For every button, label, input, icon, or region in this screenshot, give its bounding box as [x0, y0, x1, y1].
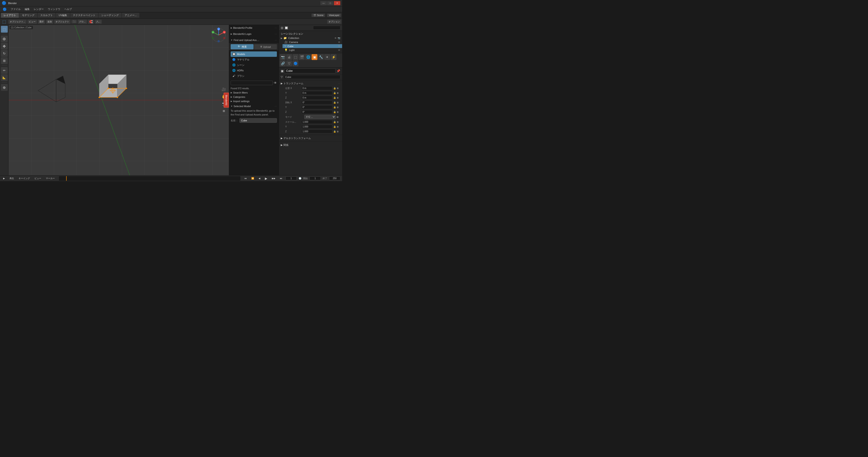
output-tab[interactable]: 🖨: [286, 54, 292, 60]
world-tab[interactable]: 🌐: [305, 54, 311, 60]
timeline-cursor[interactable]: [66, 176, 67, 181]
bk-search-tab[interactable]: 🔍 検索: [231, 44, 253, 50]
view-menu-btn[interactable]: ビュー: [27, 20, 37, 24]
cube-eye-icon[interactable]: 👁: [338, 45, 340, 47]
object-tab[interactable]: ▣: [312, 54, 317, 60]
view-select-btn[interactable]: ⬚: [1, 19, 7, 25]
pos-x-input[interactable]: [301, 86, 332, 90]
minimize-button[interactable]: —: [320, 1, 327, 5]
workspace-tab-sculpt[interactable]: スカルプト: [38, 13, 56, 18]
select-tool[interactable]: ⬚: [1, 26, 8, 33]
scale-y-input[interactable]: [301, 125, 332, 129]
modifiers-tab[interactable]: 🔧: [318, 54, 324, 60]
maximize-button[interactable]: □: [327, 1, 334, 5]
constraints-tab[interactable]: 🔗: [280, 61, 286, 66]
asset-type-scene[interactable]: 🌐 シーン: [231, 62, 277, 68]
rot-z-lock[interactable]: 🔒: [333, 111, 336, 113]
physics-tab[interactable]: ⚡: [331, 54, 337, 60]
asset-type-brush[interactable]: 🖌 ブラシ: [231, 73, 277, 78]
bk-upload-tab[interactable]: ⬆ Upload: [254, 44, 277, 50]
search-input[interactable]: [231, 80, 273, 85]
menu-file[interactable]: 🔵: [1, 7, 8, 11]
props-content[interactable]: ▣ 📌 ▽ ▶ トランスフォーム ⋯ 位置 X: [279, 67, 342, 175]
next-frame-btn[interactable]: ▶▶: [271, 177, 277, 180]
pos-y-input[interactable]: [301, 91, 332, 95]
jump-end-btn[interactable]: ⏭: [279, 177, 284, 180]
grid-btn[interactable]: ⊞: [221, 108, 227, 114]
pos-z-input[interactable]: [301, 96, 332, 100]
obj-name-pin[interactable]: 📌: [337, 69, 340, 73]
menu-render[interactable]: レンダー: [32, 7, 45, 11]
cursor-tool[interactable]: ⊕: [1, 36, 8, 42]
relations-title[interactable]: ▶ 関係: [281, 143, 340, 148]
menu-window[interactable]: ウィンドウ: [46, 7, 62, 11]
render-tab[interactable]: 📷: [280, 54, 286, 60]
scale-z-input[interactable]: [301, 130, 332, 133]
sc-light-item[interactable]: 💡 Light 👁: [282, 48, 342, 52]
props-layout-btn[interactable]: ⊞: [281, 26, 283, 30]
select-menu-btn[interactable]: 選択: [38, 20, 45, 24]
object-data-tab[interactable]: ▽: [286, 61, 292, 66]
sc-collection-item[interactable]: ▶ 📁 Collection 👁 📷: [279, 36, 342, 40]
prev-frame-btn[interactable]: ◀: [257, 177, 262, 180]
asset-type-hdrs[interactable]: 🌐 HDRs: [231, 68, 277, 73]
options-btn[interactable]: オプション: [327, 20, 341, 24]
collection-camera-icon[interactable]: 📷: [338, 37, 340, 39]
bk-profile-header[interactable]: ▶ BlenderKit Profile ⋯: [231, 26, 277, 30]
keying-menu[interactable]: キーイング: [17, 176, 31, 181]
light-eye-icon[interactable]: 👁: [338, 49, 340, 52]
snap-btn[interactable]: 🧲: [88, 20, 94, 24]
sc-camera-item[interactable]: 🎥 Camera 👁: [282, 40, 342, 44]
rot-x-input[interactable]: [301, 101, 332, 104]
workspace-tab-modeling[interactable]: モデリング: [19, 13, 37, 18]
asset-type-models[interactable]: 🔲 Models: [231, 52, 277, 57]
move-tool[interactable]: ✥: [1, 43, 8, 50]
rot-y-lock[interactable]: 🔒: [333, 106, 336, 108]
props-view-btn[interactable]: 🔲: [284, 26, 288, 30]
transform-btn[interactable]: ⬛: [71, 20, 77, 23]
camera-view-btn[interactable]: 🎥: [221, 86, 227, 92]
import-settings-header[interactable]: ▶ Import settings: [231, 100, 277, 103]
asset-type-material[interactable]: 🔵 マテリアル: [231, 57, 277, 62]
view-layer-tab[interactable]: ⬚: [292, 54, 299, 60]
outliner-search[interactable]: [313, 26, 340, 30]
workspace-tab-texture[interactable]: テクスチャペイント: [70, 13, 98, 18]
play-btn[interactable]: ▶: [264, 176, 269, 181]
object-name-input[interactable]: [285, 68, 336, 73]
pos-y-lock[interactable]: 🔒: [333, 92, 336, 94]
scale-y-lock[interactable]: 🔒: [333, 126, 336, 128]
proportional-btn[interactable]: 八...: [95, 20, 102, 24]
end-frame-input[interactable]: [329, 176, 340, 180]
start-frame-input[interactable]: [310, 176, 321, 180]
marker-menu[interactable]: マーカー: [44, 176, 56, 181]
rot-x-lock[interactable]: 🔒: [333, 101, 336, 104]
object-type-btn[interactable]: オブジェクト...: [8, 20, 27, 24]
categories-header[interactable]: ▶ Categories: [231, 96, 277, 98]
menu-file-label[interactable]: ファイル: [9, 7, 23, 11]
timeline-expand[interactable]: ▶: [2, 177, 6, 180]
scene-tab[interactable]: 🎬: [299, 54, 305, 60]
mode-select[interactable]: XYZ ...: [304, 115, 336, 119]
rotate-tool[interactable]: ↻: [1, 50, 8, 57]
visibility-toggle[interactable]: 👁: [274, 81, 277, 85]
scale-x-lock[interactable]: 🔒: [333, 121, 336, 123]
scale-x-input[interactable]: [301, 120, 332, 124]
name-input[interactable]: [240, 118, 277, 123]
sc-cube-item[interactable]: ▽ Cube 👁: [282, 44, 342, 48]
timeline-view-menu[interactable]: ビュー: [33, 176, 42, 181]
pos-x-lock[interactable]: 🔒: [333, 87, 336, 90]
menu-edit[interactable]: 編集: [23, 7, 31, 11]
collection-eye-icon[interactable]: 👁: [334, 37, 337, 39]
prev-key-btn[interactable]: ⏪: [250, 177, 255, 180]
add-menu-btn[interactable]: 追加: [46, 20, 53, 24]
jump-start-btn[interactable]: ⏮: [243, 177, 248, 180]
scale-tool[interactable]: ⊞: [1, 57, 8, 64]
frame-current-input[interactable]: [285, 176, 297, 180]
menu-help[interactable]: ヘルプ: [63, 7, 74, 11]
rot-y-input[interactable]: [301, 105, 332, 109]
data-name-input[interactable]: [284, 75, 340, 79]
scale-z-lock[interactable]: 🔒: [333, 130, 336, 133]
close-button[interactable]: ✕: [334, 1, 340, 5]
particles-tab[interactable]: ✦: [324, 54, 330, 60]
workspace-tab-animation[interactable]: アニメー...: [122, 13, 140, 18]
